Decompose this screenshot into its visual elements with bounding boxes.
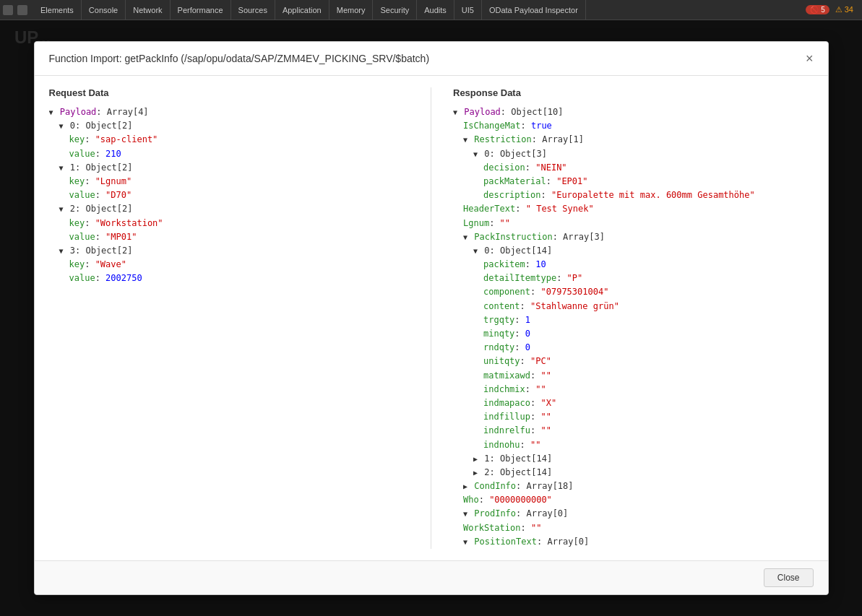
request-title: Request Data	[49, 87, 410, 98]
req-2-toggle[interactable]	[59, 205, 64, 213]
modal-header: Function Import: getPackInfo (/sap/opu/o…	[35, 42, 828, 76]
resp-header-text: HeaderText: " Test Synek"	[453, 202, 814, 216]
req-1-key: key: "Lgnum"	[49, 175, 410, 188]
req-3-toggle[interactable]	[59, 247, 64, 255]
req-1-toggle[interactable]	[59, 164, 64, 172]
modal-body: Request Data Payload: Array[4] 0: Object…	[35, 76, 828, 560]
req-item-3: 3: Object[2]	[49, 244, 410, 258]
request-pane: Request Data Payload: Array[4] 0: Object…	[49, 87, 410, 549]
req-item-0: 0: Object[2]	[49, 119, 410, 133]
resp-pi0-toggle[interactable]	[473, 247, 478, 255]
resp-pi0-detail: detailItemtype: "P"	[453, 272, 814, 285]
tab-sources[interactable]: Sources	[231, 0, 275, 19]
modal-title: Function Import: getPackInfo (/sap/opu/o…	[49, 53, 430, 64]
resp-pi0-packitem: packitem: 10	[453, 258, 814, 272]
resp-pi0-trgqty: trgqty: 1	[453, 313, 814, 327]
pane-divider	[431, 87, 431, 549]
resp-restriction-0: 0: Object[3]	[453, 147, 814, 161]
tab-audits[interactable]: Audits	[417, 0, 454, 19]
win-btn-1[interactable]	[3, 5, 13, 15]
resp-r0-toggle[interactable]	[473, 150, 478, 158]
devtools-topbar: Elements Console Network Performance Sou…	[0, 0, 862, 20]
req-3-value: value: 2002750	[49, 272, 410, 285]
resp-pi0-rndqty: rndqty: 0	[453, 341, 814, 355]
resp-pi-1: 1: Object[14]	[453, 452, 814, 466]
tab-application[interactable]: Application	[275, 0, 329, 19]
error-badge: 🚫 5	[806, 5, 829, 14]
tab-odata[interactable]: OData Payload Inspector	[482, 0, 586, 19]
resp-restriction-toggle[interactable]	[463, 136, 467, 144]
resp-pi0-content: content: "Stahlwanne grün"	[453, 300, 814, 313]
resp-cond-toggle[interactable]	[463, 482, 467, 490]
req-item-2: 2: Object[2]	[49, 202, 410, 216]
req-2-key: key: "Workstation"	[49, 217, 410, 230]
resp-pi2-toggle[interactable]	[473, 469, 478, 477]
resp-payload-toggle[interactable]	[453, 108, 457, 116]
resp-pi0-indnrelfu: indnrelfu: ""	[453, 424, 814, 438]
resp-prod-toggle[interactable]	[463, 510, 467, 518]
resp-restriction: Restriction: Array[1]	[453, 133, 814, 147]
response-pane: Response Data Payload: Object[10] IsChan…	[453, 87, 814, 549]
resp-pi0-indmapaco: indmapaco: "X"	[453, 396, 814, 410]
resp-r0-pack-material: packMaterial: "EP01"	[453, 175, 814, 188]
tab-ui5[interactable]: UI5	[454, 0, 482, 19]
resp-pi1-toggle[interactable]	[473, 455, 478, 463]
resp-pi-2: 2: Object[14]	[453, 466, 814, 480]
payload-toggle[interactable]	[49, 108, 53, 116]
req-item-1: 1: Object[2]	[49, 161, 410, 175]
modal-close-button[interactable]: ×	[806, 52, 814, 65]
req-1-value: value: "D70"	[49, 188, 410, 202]
devtools-tabs: Elements Console Network Performance Sou…	[33, 0, 586, 19]
resp-is-change-mat: IsChangeMat: true	[453, 119, 814, 133]
resp-r0-description: description: "Europalette mit max. 600mm…	[453, 188, 814, 202]
resp-r0-decision: decision: "NEIN"	[453, 161, 814, 175]
resp-lgnum: Lgnum: ""	[453, 217, 814, 230]
topbar-right: 🚫 5 ⚠ 34	[806, 5, 859, 14]
resp-workstation: WorkStation: ""	[453, 521, 814, 535]
resp-pi0-component: component: "07975301004"	[453, 285, 814, 299]
modal-footer: Close	[35, 560, 828, 594]
tab-elements[interactable]: Elements	[33, 0, 82, 19]
close-button[interactable]: Close	[764, 568, 814, 587]
win-btn-2[interactable]	[17, 5, 27, 15]
warning-badge: ⚠ 34	[835, 5, 853, 14]
req-0-key: key: "sap-client"	[49, 133, 410, 147]
main-area: UP... Function Import: getPackInfo (/sap…	[0, 20, 862, 616]
resp-pi0-matmixawd: matmixawd: ""	[453, 369, 814, 383]
tab-console[interactable]: Console	[82, 0, 126, 19]
resp-prod-info: ProdInfo: Array[0]	[453, 507, 814, 521]
modal-overlay: Function Import: getPackInfo (/sap/opu/o…	[0, 20, 862, 616]
tab-security[interactable]: Security	[373, 0, 417, 19]
resp-pt-toggle[interactable]	[463, 538, 467, 546]
resp-pi0-indnohu: indnohu: ""	[453, 438, 814, 452]
response-title: Response Data	[453, 87, 814, 98]
req-3-key: key: "Wave"	[49, 258, 410, 272]
resp-pi-0: 0: Object[14]	[453, 244, 814, 258]
payload-root: Payload: Array[4]	[49, 105, 410, 119]
resp-pi0-indchmix: indchmix: ""	[453, 383, 814, 396]
resp-position-text: PositionText: Array[0]	[453, 535, 814, 549]
resp-pi-toggle[interactable]	[463, 233, 467, 241]
tab-memory[interactable]: Memory	[329, 0, 374, 19]
resp-pack-instruction: PackInstruction: Array[3]	[453, 230, 814, 244]
tab-performance[interactable]: Performance	[171, 0, 231, 19]
req-0-value: value: 210	[49, 147, 410, 161]
req-0-toggle[interactable]	[59, 122, 64, 130]
resp-payload-root: Payload: Object[10]	[453, 105, 814, 119]
req-2-value: value: "MP01"	[49, 230, 410, 244]
resp-pi0-minqty: minqty: 0	[453, 327, 814, 341]
resp-who: Who: "0000000000"	[453, 493, 814, 507]
modal-dialog: Function Import: getPackInfo (/sap/opu/o…	[34, 41, 829, 595]
resp-pi0-indfillup: indfillup: ""	[453, 410, 814, 424]
resp-pi0-unitqty: unitqty: "PC"	[453, 355, 814, 368]
window-controls	[3, 5, 27, 15]
tab-network[interactable]: Network	[126, 0, 170, 19]
resp-cond-info: CondInfo: Array[18]	[453, 480, 814, 493]
